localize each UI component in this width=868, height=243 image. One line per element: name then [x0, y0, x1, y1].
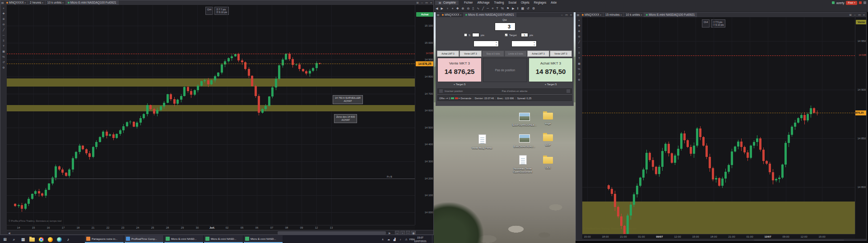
line-chart-icon[interactable]: ∿ — [477, 5, 479, 12]
volume-icon[interactable]: ♪ — [398, 235, 403, 243]
menu-objets[interactable]: Objets — [519, 0, 532, 5]
firefox-button[interactable] — [46, 236, 54, 243]
scroll-left-icon[interactable]: ◀ — [8, 231, 10, 234]
pattern-icon[interactable]: ▦ — [2, 50, 5, 53]
pause-icon[interactable]: ‖ — [517, 5, 519, 12]
horizontal-line-icon[interactable]: ─ — [3, 34, 5, 37]
zoom-in-icon[interactable]: ⊕ — [2, 18, 5, 21]
target-checkbox[interactable]: ✓ — [505, 33, 508, 37]
fibonacci-icon[interactable]: ≡ — [3, 39, 5, 42]
quick-buy-badge[interactable]: Achat — [416, 12, 433, 17]
annotation-note[interactable]: 14 750 A SURVEILLER ACHAT — [333, 95, 363, 104]
close-button[interactable]: × — [862, 13, 866, 17]
zoom-out-icon[interactable]: ⊖ — [2, 23, 5, 26]
reverse-position-button[interactable]: Inverser position — [445, 90, 463, 92]
units-selector[interactable]: 10 k unités ▾ — [624, 13, 644, 17]
show-desktop-button[interactable] — [432, 235, 434, 243]
price-increment-icon[interactable]: ▲ — [495, 41, 498, 43]
menu-trading[interactable]: Trading — [492, 0, 506, 5]
desktop-icon[interactable]: imgs — [534, 113, 562, 125]
buy-market-button[interactable]: Achat MKT 3 14 876,50 — [529, 58, 573, 82]
scroll-thumb[interactable] — [278, 231, 386, 234]
pin-icon[interactable]: ⊞ — [415, 0, 420, 5]
price-increment-icon[interactable]: ▲ — [533, 41, 536, 43]
settings-icon[interactable]: ⚙ — [532, 5, 535, 12]
minimize-button[interactable]: – — [560, 13, 564, 17]
buy-limit-price-input[interactable]: ▲ ▼ — [473, 41, 499, 47]
zoom-in-button[interactable]: ＋ — [400, 231, 405, 235]
sell-market-button[interactable]: Vente MKT 3 14 876,25 — [437, 58, 482, 82]
taskbar-task-button[interactable]: Partageons notre in... — [85, 235, 124, 243]
maximize-button[interactable]: ▭ — [564, 13, 569, 17]
fibonacci-icon[interactable]: ≡ — [492, 5, 493, 12]
pattern-icon[interactable]: ▦ — [578, 62, 580, 65]
zoom-out-button[interactable]: － — [406, 231, 410, 235]
left-chart-price-axis[interactable]: Achat 14 935 14 876,25 15 10015 00014 90… — [415, 5, 434, 225]
taskbar-task-button[interactable]: Micro E-mini NASD... — [244, 235, 283, 243]
play-icon[interactable]: ▶ — [512, 5, 514, 12]
percent-icon[interactable]: % — [578, 68, 580, 71]
right-chart-plot[interactable]: Ch4 ☑ T 5 pts ☑ S 10 pts © ProRealTime T… — [582, 17, 855, 234]
taskbar-task-button[interactable]: Micro E-mini NASD... — [204, 235, 243, 243]
desktop-icon[interactable]: LCP — [534, 134, 562, 147]
left-chart-plot[interactable]: Ch4 ☑ T 7 pts ☑ S 10 pts 14 750 A SURVEI… — [7, 5, 415, 225]
crosshair-icon[interactable]: ✚ — [456, 5, 459, 12]
order-instrument-tab[interactable]: MNQXXXX ▾ — [440, 13, 464, 17]
text-tool-icon[interactable]: T — [3, 45, 5, 48]
network-icon[interactable]: ▟ — [392, 235, 397, 243]
chart-tab[interactable]: Micro E-mini NASDAQ100 Fut0921 — [66, 0, 119, 5]
trendline-icon[interactable]: ╱ — [578, 41, 580, 44]
security-icon[interactable]: ⚠ — [404, 235, 409, 243]
cursor-icon[interactable]: ⌖ — [452, 5, 454, 12]
alert-icon[interactable]: ⚑ — [506, 5, 509, 12]
orders-list-icon[interactable] — [566, 89, 570, 93]
fibonacci-icon[interactable]: ≡ — [578, 51, 580, 55]
menu-social[interactable]: Social — [506, 0, 519, 5]
limit-order-button[interactable]: Vente LMT 3 — [550, 50, 572, 57]
cursor-icon[interactable]: ⌖ — [578, 19, 580, 22]
scroll-right-icon[interactable]: ▶ — [389, 231, 391, 234]
explorer-button[interactable] — [28, 236, 36, 243]
add-chart-icon[interactable]: ＋ — [446, 5, 449, 12]
hidden-icons-chevron[interactable]: ∧ — [380, 235, 385, 243]
menu-fichier[interactable]: Fichier — [462, 0, 475, 5]
undo-icon[interactable]: ↺ — [2, 61, 5, 64]
crosshair-icon[interactable]: ✚ — [2, 12, 5, 15]
chrome-button[interactable] — [37, 236, 45, 243]
limit-order-button[interactable]: Vente LMT 3 — [460, 50, 482, 57]
taskbar-task-button[interactable]: Micro E-mini NASD... — [164, 235, 203, 243]
menu-aide[interactable]: Aide — [548, 0, 559, 5]
settings-icon[interactable]: ⚙ — [578, 78, 580, 82]
instrument-selector[interactable]: MNQXXXX ▾ — [580, 13, 603, 17]
units-selector[interactable]: 10 k unités ▾ — [46, 0, 66, 5]
percent-icon[interactable]: % — [501, 5, 504, 12]
timeframe-selector[interactable]: 2 heures ▾ — [28, 0, 46, 5]
order-contract-tab[interactable]: Micro E-mini NASDAQ100 Fut0921 — [464, 13, 516, 17]
cursor-icon[interactable]: ⌖ — [3, 7, 4, 10]
settings-icon[interactable]: ⚙ — [2, 66, 5, 69]
taskbar-task-button[interactable]: ProRealTime Comp... — [125, 235, 163, 243]
minimize-button[interactable]: – — [420, 0, 424, 5]
workspace-tab[interactable]: ▦ Complète — [435, 0, 459, 5]
undo-icon[interactable]: ↺ — [578, 73, 580, 76]
timeframe-selector[interactable]: 15 minutes ▾ — [603, 13, 624, 17]
qty-input[interactable]: 3 — [495, 23, 515, 31]
trendline-icon[interactable]: ╱ — [482, 5, 484, 12]
grid-toggle-button[interactable]: ▦ — [411, 231, 416, 235]
grid-icon[interactable]: ▦ — [521, 5, 524, 12]
zoom-in-icon[interactable]: ⊕ — [578, 30, 580, 33]
stop-pts-input[interactable] — [472, 33, 479, 37]
scroll-thumb[interactable] — [754, 240, 844, 241]
edge-button[interactable] — [55, 236, 63, 243]
menu-réglages[interactable]: Réglages — [532, 0, 548, 5]
undo-icon[interactable]: ↺ — [527, 5, 529, 12]
right-chart-scrollbar[interactable] — [582, 239, 867, 241]
chart-config-chip[interactable]: Ch4 — [702, 19, 710, 28]
alert-status-icon[interactable] — [859, 1, 862, 4]
task-view-button[interactable]: ▦ — [19, 236, 27, 243]
reverse-icon[interactable] — [439, 89, 443, 93]
zoom-in-icon[interactable]: ⊕ — [462, 5, 464, 12]
right-chart-price-axis[interactable]: Vente 14 935 14 876,25 14 95014 90014 85… — [855, 17, 867, 234]
minimize-button[interactable]: – — [853, 13, 857, 17]
text-tool-icon[interactable]: T — [578, 57, 580, 60]
